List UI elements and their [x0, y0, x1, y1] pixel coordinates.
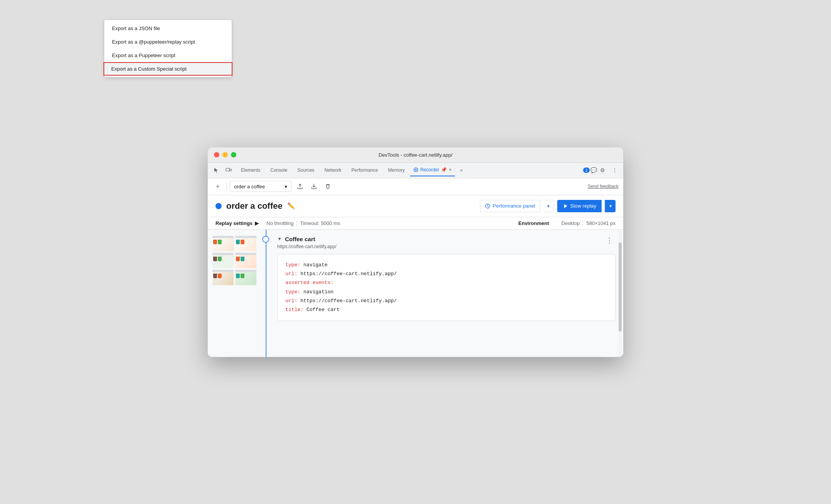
- cursor-icon[interactable]: [211, 165, 222, 176]
- traffic-lights: [214, 152, 236, 157]
- download-icon: [311, 183, 317, 189]
- code-type-val: navigate: [304, 262, 327, 268]
- import-button[interactable]: [309, 181, 319, 192]
- slow-replay-label: Slow replay: [570, 203, 596, 209]
- chat-icon-btn[interactable]: 1 💬: [585, 165, 595, 176]
- close-traffic-light[interactable]: [214, 152, 219, 157]
- slow-replay-dropdown-btn[interactable]: ▾: [605, 200, 616, 212]
- tab-right-icons: 1 💬 ⚙ ⋮: [585, 165, 620, 176]
- performance-panel-button[interactable]: Performance panel: [480, 200, 540, 212]
- chevron-down-icon: ▾: [285, 184, 287, 189]
- code-inner-url-key: url:: [285, 298, 297, 304]
- code-line-2: url: https://coffee-cart.netlify.app/: [285, 269, 607, 278]
- timeline-line: [266, 230, 266, 357]
- code-line-5: url: https://coffee-cart.netlify.app/: [285, 296, 607, 305]
- recorder-pin-icon: 📌: [441, 167, 447, 173]
- settings-values: No throttling Timeout: 5000 ms: [266, 220, 340, 226]
- play-icon: [563, 203, 568, 209]
- recording-header: order a coffee ✏️ Performance panel ▾ Sl…: [208, 195, 623, 217]
- recording-title: order a coffee: [226, 201, 283, 211]
- replay-settings-label[interactable]: Replay settings ▶: [215, 220, 259, 226]
- code-inner-url-val: https://coffee-cart.netlify.app/: [300, 298, 397, 304]
- code-inner-type-key: type:: [285, 289, 300, 295]
- maximize-traffic-light[interactable]: [231, 152, 236, 157]
- export-button[interactable]: [295, 181, 305, 192]
- code-line-3: asserted events:: [285, 278, 607, 287]
- recording-content: ▼ Coffee cart https://coffee-cart.netlif…: [277, 236, 623, 321]
- replay-settings-arrow: ▶: [255, 220, 259, 226]
- code-line-1: type: navigate: [285, 260, 607, 269]
- performance-panel-icon: [485, 203, 490, 209]
- tab-recorder[interactable]: Recorder 📌 ×: [410, 164, 455, 176]
- slow-replay-button[interactable]: Slow replay: [557, 200, 602, 212]
- tab-icons: [211, 165, 234, 176]
- env-values-divider: [583, 220, 583, 226]
- code-block: type: navigate url: https://coffee-cart.…: [277, 254, 616, 321]
- environment-values: Desktop 580×1041 px: [561, 220, 616, 226]
- svg-point-3: [415, 169, 417, 171]
- recording-selector-name: order a coffee: [234, 184, 283, 189]
- desktop-value: Desktop: [561, 220, 580, 226]
- recorder-tab-label: Recorder: [420, 167, 439, 173]
- device-toggle-icon[interactable]: [223, 165, 234, 176]
- resolution-value: 580×1041 px: [586, 220, 616, 226]
- main-content: ▼ Coffee cart https://coffee-cart.netlif…: [208, 230, 623, 357]
- screenshot-6: [235, 270, 256, 285]
- devtools-tabbar: Elements Console Sources Network Perform…: [208, 163, 623, 178]
- settings-bar: Replay settings ▶ No throttling Timeout:…: [208, 217, 623, 230]
- environment-label: Environment: [518, 220, 549, 226]
- screenshot-5: [212, 270, 234, 285]
- recorder-icon: [413, 167, 419, 173]
- upload-icon: [297, 183, 303, 189]
- performance-panel-dropdown-btn[interactable]: ▾: [543, 200, 554, 212]
- screenshot-4: [235, 253, 256, 268]
- edit-title-icon[interactable]: ✏️: [287, 202, 295, 210]
- step-title: Coffee cart: [285, 236, 315, 242]
- scrollbar-thumb: [619, 242, 622, 331]
- code-title-val: Coffee cart: [307, 307, 340, 313]
- more-tabs-btn[interactable]: »: [456, 164, 468, 176]
- add-recording-button[interactable]: +: [212, 181, 223, 192]
- timeline-node: [262, 236, 269, 243]
- minimize-traffic-light[interactable]: [222, 152, 228, 157]
- tab-elements[interactable]: Elements: [236, 164, 265, 176]
- tab-network[interactable]: Network: [320, 164, 346, 176]
- performance-panel-label: Performance panel: [493, 203, 535, 209]
- screenshot-3: [212, 253, 234, 268]
- tab-memory[interactable]: Memory: [383, 164, 409, 176]
- code-inner-type-val: navigation: [304, 289, 334, 295]
- screenshot-grid: [212, 236, 253, 285]
- svg-rect-0: [226, 168, 229, 171]
- screenshots-sidebar: [208, 230, 258, 357]
- code-line-4: type: navigation: [285, 288, 607, 296]
- recorder-toolbar: + order a coffee ▾ Send feedback: [208, 178, 623, 195]
- code-url-key: url:: [285, 271, 297, 277]
- recording-selector[interactable]: order a coffee ▾: [230, 181, 292, 192]
- step-collapse-icon[interactable]: ▼: [277, 236, 282, 242]
- delete-recording-button[interactable]: [322, 181, 333, 192]
- code-type-key: type:: [285, 262, 300, 268]
- timeout-value: Timeout: 5000 ms: [300, 220, 340, 226]
- code-title-key: title:: [285, 307, 304, 313]
- step-header: ▼ Coffee cart: [277, 236, 616, 242]
- scrollbar[interactable]: [619, 230, 622, 357]
- window-title: DevTools - coffee-cart.netlify.app/: [378, 152, 453, 158]
- settings-gear-icon[interactable]: ⚙: [597, 165, 608, 176]
- tab-sources[interactable]: Sources: [293, 164, 319, 176]
- step-url: https://coffee-cart.netlify.app/: [277, 244, 616, 249]
- step-more-options-btn[interactable]: ⋮: [605, 236, 614, 245]
- svg-rect-1: [230, 169, 231, 171]
- more-options-icon[interactable]: ⋮: [609, 165, 620, 176]
- recorder-close-btn[interactable]: ×: [449, 167, 452, 173]
- header-right-buttons: Performance panel ▾ Slow replay ▾: [480, 200, 616, 212]
- toolbar-divider-1: [226, 183, 227, 190]
- screenshot-1: [212, 236, 234, 251]
- replay-settings-text: Replay settings: [215, 220, 253, 226]
- send-feedback-link[interactable]: Send feedback: [588, 184, 619, 189]
- tab-performance[interactable]: Performance: [347, 164, 383, 176]
- settings-values-divider: [297, 220, 297, 226]
- title-bar: DevTools - coffee-cart.netlify.app/: [208, 147, 623, 163]
- code-line-6: title: Coffee cart: [285, 305, 607, 314]
- tab-console[interactable]: Console: [266, 164, 292, 176]
- no-throttling-value: No throttling: [266, 220, 293, 226]
